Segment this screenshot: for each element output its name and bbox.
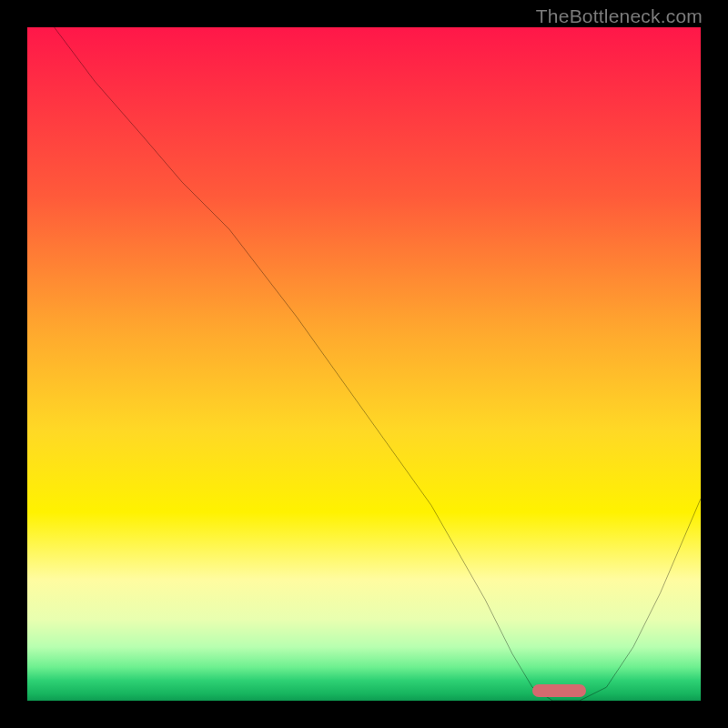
chart-background-gradient: [27, 27, 701, 701]
chart-plot-area: [27, 27, 701, 701]
optimal-range-marker: [532, 684, 586, 697]
watermark-text: TheBottleneck.com: [536, 5, 703, 27]
